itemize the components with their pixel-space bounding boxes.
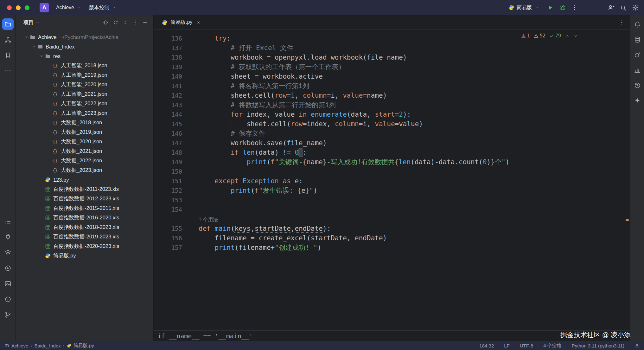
terminal-icon[interactable] [2, 278, 14, 289]
lock-icon[interactable] [634, 343, 640, 348]
line-number[interactable]: 157 [154, 244, 191, 251]
code-with-me-icon[interactable] [608, 4, 615, 11]
line-number[interactable]: 150 [154, 168, 191, 175]
structure-icon[interactable] [2, 34, 14, 45]
more-icon[interactable] [2, 65, 14, 76]
python-interpreter[interactable]: Python 3.11 (python3.11) [572, 343, 624, 348]
more-actions-icon[interactable] [571, 4, 578, 11]
tree-item[interactable]: {}人工智能_2021.json [16, 89, 153, 99]
breadcrumb-item[interactable]: Achieve [11, 343, 28, 348]
tree-item[interactable]: 百度指数数据-2015-2015.xls [16, 204, 153, 213]
project-panel-title[interactable]: 项目 [23, 19, 40, 26]
inspection-ok[interactable]: 79 [549, 33, 561, 39]
version-control-icon[interactable] [2, 309, 14, 321]
chevron-down-icon[interactable] [23, 35, 30, 39]
chevron-down-icon[interactable] [30, 44, 37, 49]
line-number[interactable]: 156 [154, 235, 191, 242]
line-separator[interactable]: LF [504, 343, 510, 348]
project-menu[interactable]: Achieve [53, 3, 84, 12]
line-number[interactable]: 143 [154, 101, 191, 108]
line-number[interactable]: 152 [154, 187, 191, 194]
line-number[interactable]: 153 [154, 197, 191, 204]
line-number[interactable]: 148 [154, 149, 191, 156]
tree-item[interactable]: {}人工智能_2022.json [16, 99, 153, 108]
vcs-menu[interactable]: 版本控制 [86, 3, 119, 13]
tree-item[interactable]: {}人工智能_2020.json [16, 80, 153, 89]
line-number[interactable]: 137 [154, 44, 191, 51]
profiler-icon[interactable] [632, 65, 643, 75]
run-icon[interactable] [2, 262, 14, 274]
tree-item[interactable]: {}大数据_2022.json [16, 156, 153, 165]
refresh-icon[interactable] [111, 18, 120, 27]
history-icon[interactable] [632, 80, 643, 91]
line-number[interactable]: 141 [154, 82, 191, 89]
bookmarks-icon[interactable] [2, 49, 14, 61]
hide-icon[interactable] [141, 18, 150, 27]
inspection-error[interactable]: 1 [521, 33, 530, 39]
tree-item[interactable]: {}大数据_2023.json [16, 165, 153, 175]
tree-item[interactable]: {}大数据_2019.json [16, 127, 153, 137]
tree-item[interactable]: 百度指数数据-2020-2023.xls [16, 242, 153, 251]
tree-item[interactable]: 百度指数数据-2018-2023.xls [16, 223, 153, 232]
line-number[interactable]: 139 [154, 63, 191, 70]
project-icon[interactable] [2, 18, 14, 30]
inspection-warning[interactable]: 52 [534, 33, 545, 39]
locate-icon[interactable] [101, 18, 110, 27]
editor-tab[interactable]: 简易版.py [158, 15, 205, 29]
previous-problem-icon[interactable] [565, 34, 570, 38]
run-configuration-selector[interactable]: 简易版 [506, 3, 541, 13]
line-number[interactable]: 147 [154, 139, 191, 146]
tree-item[interactable]: {}大数据_2018.json [16, 118, 153, 127]
tree-item[interactable]: {}人工智能_2018.json [16, 61, 153, 70]
code-editor[interactable]: 136 try:137 # 打开 Excel 文件138 workbook = … [154, 30, 630, 330]
line-number[interactable]: 155 [154, 225, 191, 232]
breadcrumb-item[interactable]: Baidu_Index [34, 343, 61, 348]
zoom-window-button[interactable] [25, 5, 29, 10]
tree-item[interactable]: 百度指数数据-2011-2023.xls [16, 185, 153, 194]
ai-actions-icon[interactable] [632, 95, 643, 106]
tree-item[interactable]: {}人工智能_2023.json [16, 108, 153, 118]
database-icon[interactable] [632, 34, 643, 45]
todo-icon[interactable] [2, 216, 14, 227]
error-stripe-mark[interactable] [626, 219, 629, 221]
tree-item[interactable]: {}大数据_2021.json [16, 146, 153, 156]
options-icon[interactable] [131, 18, 140, 27]
collapse-icon[interactable] [121, 18, 130, 27]
indent-setting[interactable]: 4 个空格 [543, 343, 562, 349]
tree-folder[interactable]: Achieve~/PycharmProjects/Achie [16, 32, 153, 42]
tree-folder[interactable]: res [16, 51, 153, 61]
tree-item[interactable]: 百度指数数据-2019-2023.xls [16, 232, 153, 242]
close-tab-icon[interactable] [196, 20, 201, 25]
tree-item[interactable]: 百度指数数据-2016-2020.xls [16, 213, 153, 223]
line-number[interactable]: 145 [154, 120, 191, 127]
next-problem-icon[interactable] [573, 34, 578, 38]
file-encoding[interactable]: UTF-8 [520, 343, 533, 348]
line-number[interactable]: 151 [154, 178, 191, 185]
line-number[interactable]: 154 [154, 206, 191, 213]
caret-position[interactable]: 184:32 [479, 343, 494, 348]
run-button[interactable] [547, 4, 554, 11]
tree-item[interactable]: {}大数据_2020.json [16, 137, 153, 146]
tree-item[interactable]: 简易版.py [16, 251, 153, 261]
search-icon[interactable] [620, 4, 627, 11]
breadcrumb-item[interactable]: 简易版.py [73, 343, 94, 349]
debug-button[interactable] [559, 4, 566, 11]
tree-item[interactable]: 123.py [16, 175, 153, 185]
sticky-line[interactable]: if __name__ == '__main__' [154, 330, 630, 341]
chevron-down-icon[interactable] [38, 54, 45, 58]
line-number[interactable]: 146 [154, 130, 191, 137]
close-window-button[interactable] [7, 5, 12, 10]
line-number[interactable]: 140 [154, 73, 191, 80]
line-number[interactable]: 144 [154, 111, 191, 118]
tree-item[interactable]: {}人工智能_2019.json [16, 70, 153, 80]
line-number[interactable]: 149 [154, 159, 191, 165]
services-icon[interactable] [2, 247, 14, 258]
inspection-widget[interactable]: 15279 [521, 33, 578, 39]
tree-item[interactable]: 百度指数数据-2012-2023.xls [16, 194, 153, 204]
settings-icon[interactable] [632, 4, 639, 11]
tab-options-icon[interactable] [619, 20, 624, 25]
tree-folder[interactable]: Baidu_Index [16, 42, 153, 51]
python-console-icon[interactable] [2, 231, 14, 243]
problems-icon[interactable] [2, 294, 14, 305]
ai-assistant-icon[interactable] [632, 49, 643, 60]
